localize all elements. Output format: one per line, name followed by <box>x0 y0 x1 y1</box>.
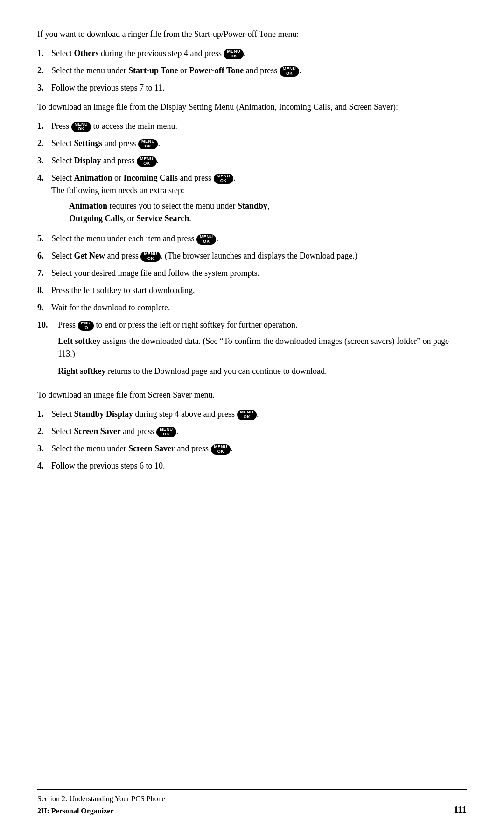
bold-incoming-calls: Incoming Calls <box>124 173 178 182</box>
display-step-num-4: 4. <box>37 172 55 184</box>
ss-step-2: 2. Select Screen Saver and press MENUOK. <box>37 425 467 438</box>
menu-ok-btn-d5: MENUOK <box>196 234 217 245</box>
bold-right-softkey: Right softkey <box>58 366 106 376</box>
bold-screen-saver-2: Screen Saver <box>128 444 175 453</box>
ss-step-3-content: Select the menu under Screen Saver and p… <box>51 442 467 455</box>
menu-ok-btn-ss2: MENUOK <box>156 427 176 437</box>
display-step-1-content: Press MENUOK to access the main menu. <box>51 120 467 133</box>
menu-ok-btn-ss1: MENUOK <box>237 410 257 420</box>
end-btn: END/O <box>78 321 94 331</box>
display-step-7-content: Select your desired image file and follo… <box>51 267 467 280</box>
display-step-num-7: 7. <box>37 267 55 280</box>
page-footer: Section 2: Understanding Your PCS Phone … <box>37 789 467 817</box>
bold-standby: Standby <box>238 201 267 210</box>
display-step-5: 5. Select the menu under each item and p… <box>37 232 467 245</box>
intro-paragraph: If you want to download a ringer file fr… <box>37 28 467 41</box>
menu-ok-btn-2: MENUOK <box>280 66 300 77</box>
menu-ok-btn-d1: MENUOK <box>71 122 91 132</box>
display-step-10-content: Press END/O to end or press the left or … <box>58 319 467 382</box>
display-intro: To download an image file from the Displ… <box>37 101 467 113</box>
bold-animation: Animation <box>74 173 112 182</box>
ss-step-num-3: 3. <box>37 442 55 455</box>
ss-step-num-4: 4. <box>37 460 55 472</box>
menu-ok-btn-1: MENUOK <box>224 49 244 59</box>
bold-settings: Settings <box>74 139 102 148</box>
step-2-content: Select the menu under Start-up Tone or P… <box>51 64 467 77</box>
step-num-1: 1. <box>37 47 55 60</box>
page-content: If you want to download a ringer file fr… <box>37 28 467 472</box>
display-step-2-content: Select Settings and press MENUOK. <box>51 137 467 150</box>
step-2-ringtone: 2. Select the menu under Start-up Tone o… <box>37 64 467 77</box>
display-step-8: 8. Press the left softkey to start downl… <box>37 284 467 297</box>
menu-ok-btn-ss3: MENUOK <box>211 444 231 455</box>
menu-ok-btn-d6: MENUOK <box>140 252 161 262</box>
menu-ok-btn-d4: MENUOK <box>214 174 234 184</box>
bold-standby-display: Standby Display <box>74 409 133 419</box>
display-step-5-content: Select the menu under each item and pres… <box>51 232 467 245</box>
bold-service-search: Service Search <box>136 214 189 223</box>
step-1-content: Select Others during the previous step 4… <box>51 47 467 60</box>
ss-step-1-content: Select Standby Display during step 4 abo… <box>51 408 467 420</box>
step-4-note: The following item needs an extra step: <box>51 186 184 195</box>
display-step-4-content: Select Animation or Incoming Calls and p… <box>51 172 467 228</box>
bold-left-softkey: Left softkey <box>58 336 100 346</box>
display-step-num-1: 1. <box>37 120 55 133</box>
display-step-7: 7. Select your desired image file and fo… <box>37 267 467 280</box>
display-steps: 1. Press MENUOK to access the main menu.… <box>37 120 467 382</box>
display-step-num-10: 10. <box>37 319 60 331</box>
ringtone-steps: 1. Select Others during the previous ste… <box>37 47 467 94</box>
bold-others: Others <box>74 49 98 58</box>
ss-step-1: 1. Select Standby Display during step 4 … <box>37 408 467 420</box>
footer-left: Section 2: Understanding Your PCS Phone … <box>37 793 165 817</box>
ss-step-num-1: 1. <box>37 408 55 420</box>
step-10-note1: Left softkey assigns the downloaded data… <box>58 335 467 360</box>
bold-animation-2: Animation <box>69 201 107 210</box>
footer-section: Section 2: Understanding Your PCS Phone <box>37 793 165 805</box>
display-step-num-2: 2. <box>37 137 55 150</box>
display-step-num-3: 3. <box>37 154 55 167</box>
bold-outgoing-calls: Outgoing Calls <box>69 214 123 223</box>
step-4-indent: Animation requires you to select the men… <box>69 200 467 225</box>
footer-subsection: 2H: Personal Organizer <box>37 805 165 817</box>
display-step-num-9: 9. <box>37 301 55 314</box>
step-3-content: Follow the previous steps 7 to 11. <box>51 82 467 94</box>
step-num-2: 2. <box>37 64 55 77</box>
ss-step-3: 3. Select the menu under Screen Saver an… <box>37 442 467 455</box>
display-step-1: 1. Press MENUOK to access the main menu. <box>37 120 467 133</box>
step-1-ringtone: 1. Select Others during the previous ste… <box>37 47 467 60</box>
display-step-10: 10. Press END/O to end or press the left… <box>37 319 467 382</box>
footer-page-number: 111 <box>454 803 467 817</box>
display-step-2: 2. Select Settings and press MENUOK. <box>37 137 467 150</box>
bold-get-new: Get New <box>74 251 105 260</box>
display-step-num-5: 5. <box>37 232 55 245</box>
bold-display: Display <box>74 156 101 165</box>
display-step-9: 9. Wait for the download to complete. <box>37 301 467 314</box>
display-step-9-content: Wait for the download to complete. <box>51 301 467 314</box>
bold-poweroff-tone: Power-off Tone <box>189 66 244 75</box>
step-3-ringtone: 3. Follow the previous steps 7 to 11. <box>37 82 467 94</box>
ss-step-num-2: 2. <box>37 425 55 438</box>
ss-step-4: 4. Follow the previous steps 6 to 10. <box>37 460 467 472</box>
display-step-num-8: 8. <box>37 284 55 297</box>
step-num-3: 3. <box>37 82 55 94</box>
footer-subsection-bold: 2H: Personal Organizer <box>37 807 114 815</box>
display-step-4: 4. Select Animation or Incoming Calls an… <box>37 172 467 228</box>
ss-step-2-content: Select Screen Saver and press MENUOK. <box>51 425 467 438</box>
display-step-6-content: Select Get New and press MENUOK. (The br… <box>51 250 467 262</box>
screen-saver-intro: To download an image file from Screen Sa… <box>37 389 467 401</box>
menu-ok-btn-d2: MENUOK <box>138 139 158 149</box>
menu-ok-btn-d3: MENUOK <box>137 156 157 167</box>
display-step-3: 3. Select Display and press MENUOK. <box>37 154 467 167</box>
display-step-num-6: 6. <box>37 250 55 262</box>
step-10-note2: Right softkey returns to the Download pa… <box>58 365 467 378</box>
ss-step-4-content: Follow the previous steps 6 to 10. <box>51 460 467 472</box>
screensaver-steps: 1. Select Standby Display during step 4 … <box>37 408 467 472</box>
display-step-8-content: Press the left softkey to start download… <box>51 284 467 297</box>
display-step-6: 6. Select Get New and press MENUOK. (The… <box>37 250 467 262</box>
display-step-3-content: Select Display and press MENUOK. <box>51 154 467 167</box>
bold-startup-tone: Start-up Tone <box>128 66 178 75</box>
bold-screen-saver: Screen Saver <box>74 427 120 436</box>
